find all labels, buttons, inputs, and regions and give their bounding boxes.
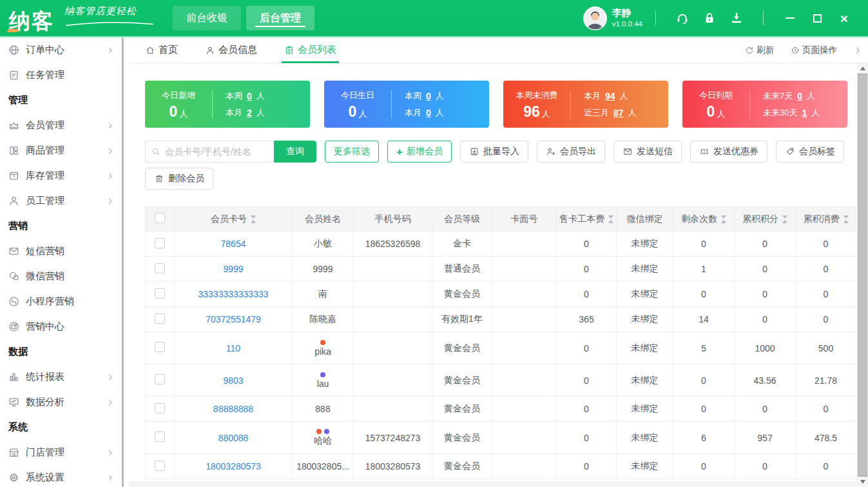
row-checkbox[interactable] [155, 238, 165, 248]
close-button[interactable]: × [834, 10, 854, 26]
sort-control[interactable] [844, 215, 849, 223]
lock-icon[interactable] [702, 11, 717, 25]
chevron-right-icon [106, 122, 114, 130]
minimize-button[interactable] [780, 10, 800, 26]
sort-asc-icon[interactable] [721, 220, 726, 223]
sort-desc-icon[interactable] [721, 215, 726, 219]
tab-home[interactable]: 首页 [145, 37, 178, 63]
stat-card-今日新增[interactable]: 今日新增0人本周0人本月2人 [145, 81, 310, 128]
stat-card-unit: 人 [717, 109, 725, 119]
sidebar-item-库存管理[interactable]: 库存管理 [0, 163, 129, 188]
tab-member-info[interactable]: 会员信息 [205, 37, 257, 63]
row-checkbox[interactable] [155, 461, 165, 471]
refresh-button[interactable]: 刷新 [745, 45, 774, 56]
stat-line-value: 87 [613, 108, 624, 118]
cell-level: 金卡 [432, 232, 492, 257]
chevron-right-icon [106, 172, 114, 180]
sidebar-item-label: 小程序营销 [26, 295, 74, 308]
sort-control[interactable] [251, 215, 256, 223]
sidebar-item-短信营销[interactable]: 短信营销 [0, 239, 129, 264]
scroll-up-button[interactable] [857, 63, 868, 74]
sidebar-item-微信营销[interactable]: 微信营销 [0, 264, 129, 289]
member-card-link[interactable]: 110 [226, 343, 240, 353]
row-checkbox[interactable] [155, 342, 165, 352]
nav-tab-cashier[interactable]: 前台收银 [173, 6, 241, 30]
page-actions-button[interactable]: 页面操作 [791, 45, 837, 56]
sort-asc-icon[interactable] [782, 220, 787, 223]
sort-asc-icon[interactable] [608, 220, 613, 223]
sort-asc-icon[interactable] [844, 220, 849, 223]
sidebar-item-员工管理[interactable]: 员工管理 [0, 188, 129, 214]
row-checkbox-cell [146, 454, 175, 479]
sort-desc-icon[interactable] [782, 215, 787, 219]
sidebar-item-任务管理[interactable]: 任务管理 [0, 63, 129, 88]
sidebar-item-统计报表[interactable]: 统计报表 [0, 364, 129, 390]
maximize-button[interactable] [807, 10, 827, 26]
会员导出-button[interactable]: 会员导出 [537, 141, 605, 163]
stat-line-unit: 人 [436, 107, 444, 119]
list-icon [284, 45, 294, 55]
sidebar-item-label: 门店管理 [26, 446, 64, 459]
cell-phone [354, 257, 432, 282]
member-name: 小敏 [293, 238, 353, 250]
column-header-inner: 售卡工本费 [557, 214, 616, 225]
sidebar-item-小程序营销[interactable]: 小程序营销 [0, 289, 129, 314]
maximize-icon [813, 14, 822, 23]
member-card-link[interactable]: 88888888 [213, 404, 253, 414]
sort-desc-icon[interactable] [844, 215, 849, 219]
发送优惠券-button[interactable]: 发送优惠券 [690, 141, 767, 163]
member-card-link[interactable]: 9999 [223, 264, 243, 274]
sort-asc-icon[interactable] [251, 220, 256, 223]
删除会员-button[interactable]: 删除会员 [145, 168, 213, 190]
sidebar-item-营销中心[interactable]: 营销中心 [0, 314, 129, 339]
sort-desc-icon[interactable] [608, 215, 613, 219]
member-card-link[interactable]: 18003280573 [206, 461, 261, 472]
row-checkbox[interactable] [155, 263, 165, 273]
sidebar-item-商品管理[interactable]: 商品管理 [0, 138, 129, 163]
member-card-link[interactable]: 78654 [221, 239, 246, 249]
avatar[interactable] [583, 6, 607, 30]
会员标签-button[interactable]: 会员标签 [776, 141, 844, 163]
member-card-link[interactable]: 33333333333333 [198, 289, 268, 299]
horizontal-scrollbar[interactable] [129, 481, 857, 487]
member-card-link[interactable]: 9803 [223, 375, 243, 386]
批量导入-button[interactable]: 批量导入 [460, 141, 528, 163]
stat-line-label: 本周 [226, 90, 242, 102]
sidebar-item-系统设置[interactable]: 系统设置 [0, 465, 129, 487]
row-checkbox[interactable] [155, 432, 165, 442]
person-icon [8, 195, 20, 207]
scrollbar-thumb[interactable] [858, 74, 867, 477]
scroll-down-button[interactable] [857, 477, 868, 487]
sort-control[interactable] [782, 215, 787, 223]
sort-control[interactable] [721, 215, 726, 223]
member-card-link[interactable]: 880088 [218, 433, 249, 443]
sidebar-item-订单中心[interactable]: 订单中心 [0, 37, 129, 63]
sort-desc-icon[interactable] [251, 215, 256, 219]
row-checkbox[interactable] [155, 374, 165, 384]
新增会员-button[interactable]: +新增会员 [387, 141, 452, 163]
stat-card-今日到期[interactable]: 今日到期0人未来7天0人未来30天1人 [682, 81, 847, 128]
row-checkbox[interactable] [155, 403, 165, 413]
sidebar-item-数据分析[interactable]: 数据分析 [0, 390, 129, 415]
sidebar-item-门店管理[interactable]: 门店管理 [0, 440, 129, 465]
sidebar-scrollbar[interactable] [122, 37, 124, 487]
search-button[interactable]: 查询 [274, 141, 316, 163]
sidebar-item-会员管理[interactable]: 会员管理 [0, 113, 129, 138]
sort-control[interactable] [608, 215, 613, 223]
row-checkbox[interactable] [155, 288, 165, 299]
tab-member-list[interactable]: 会员列表 [284, 37, 336, 63]
support-icon[interactable] [675, 11, 690, 25]
chevron-right-icon[interactable] [854, 46, 862, 54]
row-checkbox[interactable] [155, 313, 165, 324]
nav-tab-admin[interactable]: 后台管理 [246, 6, 314, 30]
member-card-link[interactable]: 70372551479 [206, 314, 261, 324]
select-all-checkbox[interactable] [155, 213, 165, 223]
stat-card-本周未消费[interactable]: 本周未消费96人本月94人近三月87人 [503, 81, 668, 128]
download-icon[interactable] [729, 11, 744, 25]
发送短信-button[interactable]: 发送短信 [613, 141, 682, 163]
search-input[interactable] [165, 146, 269, 157]
table-row: 9803lau黄金会员0未绑定043.5621.78 [146, 364, 856, 397]
stat-card-今日生日[interactable]: 今日生日0人本周0人本月0人 [324, 81, 489, 128]
更多筛选-button[interactable]: 更多筛选 [325, 141, 379, 163]
sidebar-menu: 订单中心任务管理管理会员管理商品管理库存管理员工管理营销短信营销微信营销小程序营… [0, 37, 129, 487]
